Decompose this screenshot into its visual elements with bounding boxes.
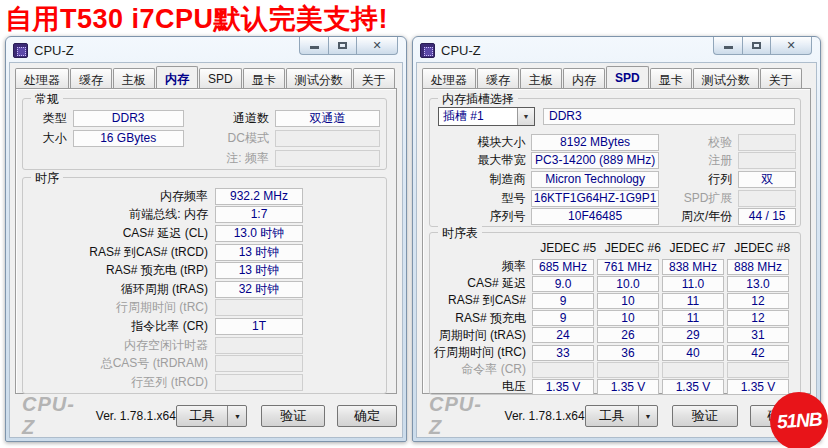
trcd-label: RAS# 到CAS# (tRCD): [27, 244, 215, 261]
tab-caches[interactable]: 缓存: [477, 68, 519, 88]
tab-about[interactable]: 关于: [760, 68, 802, 88]
maximize-button[interactable]: [328, 37, 356, 55]
tras-value: 32 时钟: [215, 281, 303, 298]
tras-jedec5: 24: [532, 327, 594, 343]
tab-bar: 处理器 缓存 主板 内存 SPD 显卡 测试分数 关于: [422, 67, 803, 88]
trp-label: RAS# 预充电 (tRP): [27, 262, 215, 279]
tab-caches[interactable]: 缓存: [70, 68, 112, 88]
command-rate-value: 1T: [215, 318, 303, 335]
week-year-value: 44 / 15: [738, 208, 796, 225]
timing-row: RAS# 预充电 (tRP)13 时钟: [27, 261, 382, 280]
part-number-row: 型号 16KTF1G64HZ-1G9P1 SPD扩展: [434, 189, 796, 208]
tab-memory[interactable]: 内存: [563, 68, 605, 88]
cas-jedec6: 10.0: [597, 276, 659, 292]
cas-row: CAS# 延迟 9.0 10.0 11.0 13.0: [434, 275, 796, 292]
tab-mainboard[interactable]: 主板: [113, 68, 155, 88]
tools-dropdown-arrow-icon[interactable]: ▼: [227, 406, 246, 426]
max-bandwidth-row: 最大带宽 PC3-14200 (889 MHz) 注册: [434, 152, 796, 171]
client-area: 处理器 缓存 主板 内存 SPD 显卡 测试分数 关于 常规 类型 DDR3 通…: [9, 62, 403, 438]
spd-tab-page: 内存插槽选择 插槽 #1 ▼ DDR3 模块大小 8192 MBytes 校验: [422, 88, 811, 394]
client-area: 处理器 缓存 主板 内存 SPD 显卡 测试分数 关于 内存插槽选择 插槽 #1…: [416, 62, 817, 438]
tools-button[interactable]: 工具 ▼: [585, 405, 658, 427]
cpuz-memory-window: CPU-Z ✕ 处理器 缓存 主板 内存 SPD 显卡 测试分数 关于 常规 类…: [5, 36, 407, 442]
trc-label: 行周期时间 (tRC): [27, 299, 215, 316]
minimize-button[interactable]: [713, 37, 742, 55]
trdram-label: 总CAS号 (tRDRAM): [27, 355, 215, 372]
voltage-jedec5: 1.35 V: [532, 379, 594, 395]
dram-frequency-value: 932.2 MHz: [215, 188, 303, 205]
jedec7-column-header: JEDEC #7: [667, 241, 729, 255]
version-label: Ver. 1.78.1.x64: [96, 409, 176, 423]
module-size-row: 模块大小 8192 MBytes 校验: [434, 133, 796, 152]
maximize-icon: [338, 42, 347, 49]
window-title: CPU-Z: [34, 43, 74, 58]
tab-cpu[interactable]: 处理器: [422, 68, 476, 88]
cas-jedec8: 13.0: [727, 276, 789, 292]
serial-number-value: 10F46485: [531, 208, 658, 225]
tab-spd[interactable]: SPD: [606, 66, 649, 88]
general-groupbox: 常规 类型 DDR3 通道数 双通道 大小 16 GBytes DC模式: [22, 98, 387, 170]
tools-button-label: 工具: [586, 407, 638, 425]
tab-bench[interactable]: 测试分数: [693, 68, 759, 88]
channels-value: 双通道: [275, 110, 380, 127]
type-label: 类型: [29, 110, 73, 127]
cr-jedec6: [597, 362, 659, 378]
manufacturer-row: 制造商 Micron Technology 行列 双: [434, 170, 796, 189]
trcd-value: 13 时钟: [215, 244, 303, 261]
timing-row: 指令比率 (CR)1T: [27, 317, 382, 336]
trcd-label: RAS# 到CAS#: [434, 292, 532, 309]
page-title: 自用T530 i7CPU默认完美支持!: [5, 1, 388, 37]
registered-value: [738, 152, 796, 169]
part-number-value: 16KTF1G64HZ-1G9P1: [531, 190, 658, 207]
trcd-jedec8: 12: [727, 293, 789, 309]
validate-button[interactable]: 验证: [672, 405, 737, 427]
51nb-logo-text: 51NB: [776, 408, 822, 433]
close-button[interactable]: ✕: [770, 37, 812, 55]
tras-label: 周期时间 (tRAS): [434, 327, 532, 344]
tras-jedec6: 26: [597, 327, 659, 343]
part-number-label: 型号: [434, 190, 531, 207]
window-controls: ✕: [299, 37, 398, 55]
frequency-label: 频率: [434, 258, 532, 275]
close-icon: ✕: [786, 40, 795, 51]
week-year-label: 周次/年份: [659, 208, 739, 225]
trcd-jedec5: 9: [532, 293, 594, 309]
idle-timer-label: 内存空闲计时器: [27, 337, 215, 354]
cpuz-spd-window: CPU-Z ✕ 处理器 缓存 主板 内存 SPD 显卡 测试分数 关于 内存插槽…: [412, 36, 821, 442]
tools-button[interactable]: 工具 ▼: [176, 405, 247, 427]
memory-tab-page: 常规 类型 DDR3 通道数 双通道 大小 16 GBytes DC模式: [15, 88, 397, 394]
timing-row: RAS# 到CAS# (tRCD)13 时钟: [27, 243, 382, 262]
slot-select-dropdown[interactable]: 插槽 #1 ▼: [438, 107, 535, 126]
tab-mainboard[interactable]: 主板: [520, 68, 562, 88]
cas-jedec5: 9.0: [532, 276, 594, 292]
validate-button[interactable]: 验证: [261, 405, 325, 427]
window-title: CPU-Z: [441, 43, 481, 58]
chevron-down-icon[interactable]: ▼: [517, 108, 534, 125]
tab-graphics[interactable]: 显卡: [650, 68, 692, 88]
tools-dropdown-arrow-icon[interactable]: ▼: [638, 406, 657, 426]
fsb-dram-label: 前端总线: 内存: [27, 206, 215, 223]
tab-bench[interactable]: 测试分数: [286, 68, 352, 88]
frequency-jedec8: 888 MHz: [727, 259, 789, 275]
timings-table-groupbox: 时序表 JEDEC #5 JEDEC #6 JEDEC #7 JEDEC #8 …: [429, 232, 801, 395]
maximize-button[interactable]: [742, 37, 770, 55]
memory-type-row: 类型 DDR3 通道数 双通道: [29, 108, 380, 128]
minimize-button[interactable]: [299, 37, 328, 55]
trcd-jedec6: 10: [597, 293, 659, 309]
tras-label: 循环周期 (tRAS): [27, 281, 215, 298]
ok-button[interactable]: 确定: [337, 405, 397, 427]
tab-spd[interactable]: SPD: [199, 68, 242, 88]
51nb-logo: 51NB: [770, 392, 828, 448]
command-rate-label: 指令比率 (CR): [27, 318, 215, 335]
tab-about[interactable]: 关于: [353, 68, 395, 88]
cr-row: 命令率 (CR): [434, 361, 796, 378]
tab-cpu[interactable]: 处理器: [15, 68, 69, 88]
voltage-jedec6: 1.35 V: [597, 379, 659, 395]
close-button[interactable]: ✕: [356, 37, 398, 55]
minimize-icon: [310, 46, 319, 49]
tab-memory[interactable]: 内存: [156, 66, 198, 88]
trp-value: 13 时钟: [215, 262, 303, 279]
tab-graphics[interactable]: 显卡: [243, 68, 285, 88]
trcd-jedec7: 11: [662, 293, 724, 309]
slot-select-groupbox: 内存插槽选择 插槽 #1 ▼ DDR3 模块大小 8192 MBytes 校验: [429, 98, 801, 227]
